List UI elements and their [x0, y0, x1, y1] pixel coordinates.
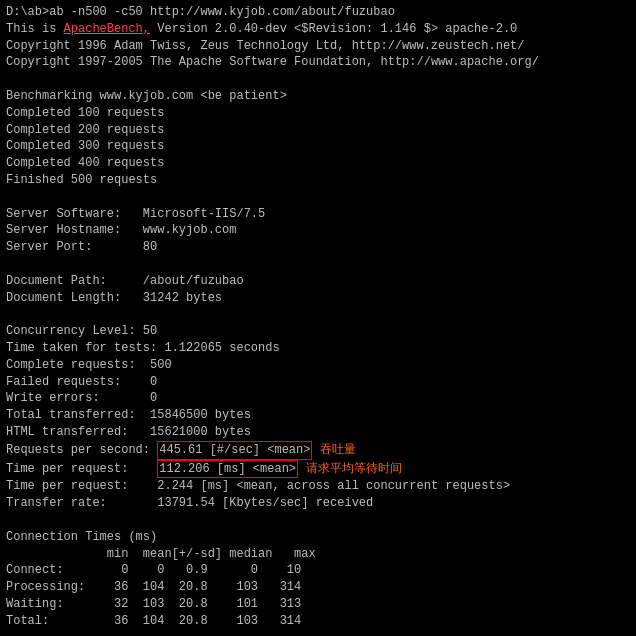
blank-3: [6, 256, 630, 273]
write-errors-line: Write errors: 0: [6, 390, 630, 407]
total-transferred-value: 15846500 bytes: [150, 408, 251, 422]
concurrency-line: Concurrency Level: 50: [6, 323, 630, 340]
rps-label: Requests per second:: [6, 442, 157, 459]
transfer-rate-line: Transfer rate: 13791.54 [Kbytes/sec] rec…: [6, 495, 630, 512]
connect-row: Connect: 0 0 0.9 0 10: [6, 562, 630, 579]
server-hostname-line: Server Hostname: www.kyjob.com: [6, 222, 630, 239]
tpr-annotation: 请求平均等待时间: [306, 461, 402, 478]
waiting-row: Waiting: 32 103 20.8 101 313: [6, 596, 630, 613]
write-errors-value: 0: [150, 391, 157, 405]
complete-req-label: Complete requests:: [6, 358, 150, 372]
failed-req-line: Failed requests: 0: [6, 374, 630, 391]
server-port-line: Server Port: 80: [6, 239, 630, 256]
server-software-value: Microsoft-IIS/7.5: [143, 207, 265, 221]
processing-row: Processing: 36 104 20.8 103 314: [6, 579, 630, 596]
completed-200: Completed 200 requests: [6, 122, 630, 139]
rps-row: Requests per second: 445.61 [#/sec] <mea…: [6, 441, 630, 460]
server-port-label: Server Port:: [6, 240, 143, 254]
tpr2-label: Time per request:: [6, 479, 157, 493]
server-port-value: 80: [143, 240, 157, 254]
blank-5: [6, 512, 630, 529]
failed-req-label: Failed requests:: [6, 375, 150, 389]
total-transferred-label: Total transferred:: [6, 408, 150, 422]
apachebench-highlight: ApacheBench,: [64, 22, 150, 36]
rps-value-boxed: 445.61 [#/sec] <mean>: [157, 441, 312, 460]
the-text: The: [150, 55, 172, 69]
html-transferred-line: HTML transferred: 15621000 bytes: [6, 424, 630, 441]
conn-times-header: Connection Times (ms): [6, 529, 630, 546]
write-errors-label: Write errors:: [6, 391, 150, 405]
apachebench-version: This is ApacheBench, Version 2.0.40-dev …: [6, 21, 630, 38]
rps-annotation: 吞吐量: [320, 442, 356, 459]
completed-400: Completed 400 requests: [6, 155, 630, 172]
server-hostname-label: Server Hostname:: [6, 223, 143, 237]
tpr-label: Time per request:: [6, 461, 157, 478]
doc-path-label: Document Path:: [6, 274, 143, 288]
blank-1: [6, 71, 630, 88]
total-transferred-line: Total transferred: 15846500 bytes: [6, 407, 630, 424]
complete-req-value: 500: [150, 358, 172, 372]
time-taken-line: Time taken for tests: 1.122065 seconds: [6, 340, 630, 357]
transfer-rate-value: 13791.54 [Kbytes/sec] received: [157, 496, 373, 510]
blank-4: [6, 306, 630, 323]
doc-length-value: 31242 bytes: [143, 291, 222, 305]
tpr2-value: 2.244 [ms] <mean, across all concurrent …: [157, 479, 510, 493]
doc-length-label: Document Length:: [6, 291, 143, 305]
completed-100: Completed 100 requests: [6, 105, 630, 122]
failed-req-value: 0: [150, 375, 157, 389]
tpr-row: Time per request: 112.206 [ms] <mean>请求平…: [6, 460, 630, 479]
doc-length-line: Document Length: 31242 bytes: [6, 290, 630, 307]
finished-500: Finished 500 requests: [6, 172, 630, 189]
html-transferred-label: HTML transferred:: [6, 425, 150, 439]
doc-path-line: Document Path: /about/fuzubao: [6, 273, 630, 290]
copyright-1: Copyright 1996 Adam Twiss, Zeus Technolo…: [6, 38, 630, 55]
terminal-window: D:\ab>ab -n500 -c50 http://www.kyjob.com…: [0, 0, 636, 636]
doc-path-value: /about/fuzubao: [143, 274, 244, 288]
command-line: D:\ab>ab -n500 -c50 http://www.kyjob.com…: [6, 4, 630, 21]
copyright-2: Copyright 1997-2005 The Apache Software …: [6, 54, 630, 71]
time-taken-label: Time taken for tests:: [6, 341, 164, 355]
concurrency-value: 50: [143, 324, 157, 338]
software-text: Software: [229, 55, 287, 69]
time-taken-value: 1.122065 seconds: [164, 341, 279, 355]
server-software-label: Server Software:: [6, 207, 143, 221]
complete-req-line: Complete requests: 500: [6, 357, 630, 374]
benchmarking-header: Benchmarking www.kyjob.com <be patient>: [6, 88, 630, 105]
server-software-line: Server Software: Microsoft-IIS/7.5: [6, 206, 630, 223]
tpr-value-boxed: 112.206 [ms] <mean>: [157, 460, 298, 479]
foundation-text: Foundation,: [294, 55, 373, 69]
tpr2-line: Time per request: 2.244 [ms] <mean, acro…: [6, 478, 630, 495]
completed-300: Completed 300 requests: [6, 138, 630, 155]
conn-times-cols: min mean[+/-sd] median max: [6, 546, 630, 563]
concurrency-label: Concurrency Level:: [6, 324, 143, 338]
blank-2: [6, 189, 630, 206]
html-transferred-value: 15621000 bytes: [150, 425, 251, 439]
total-row: Total: 36 104 20.8 103 314: [6, 613, 630, 630]
server-hostname-value: www.kyjob.com: [143, 223, 237, 237]
transfer-rate-label: Transfer rate:: [6, 496, 157, 510]
